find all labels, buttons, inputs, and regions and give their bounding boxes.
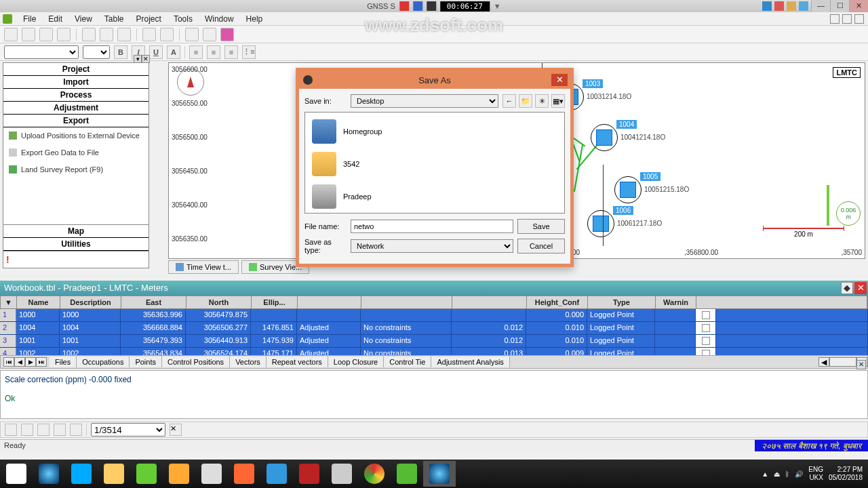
align-center-button[interactable]: ≡ [207,45,220,59]
sidebar-close-icon[interactable]: ✕ [142,55,150,63]
node-1005[interactable]: 100510051215.18O [620,182,636,198]
menu-window[interactable]: Window [199,13,239,25]
pause-icon[interactable] [413,1,422,11]
tab-prev-icon[interactable]: ◀ [14,357,25,367]
sheet-tab[interactable]: Occupations [77,357,130,367]
align-left-button[interactable]: ≡ [189,45,203,59]
sidebar-export[interactable]: Export [3,115,149,127]
menu-edit[interactable]: Edit [43,13,68,25]
dialog-titlebar[interactable]: Save As ✕ [299,71,570,89]
taskbar-explorer[interactable] [98,461,130,487]
sheet-tab[interactable]: Adjustment Analysis [431,357,509,367]
sheet-tab[interactable]: Repeat vectors [267,357,328,367]
hscroll-left-icon[interactable]: ◀ [818,357,829,367]
nav-up-icon[interactable]: 📁 [519,94,532,108]
list-item[interactable] [308,213,561,214]
sidebar-process[interactable]: Process [3,89,149,102]
start-button[interactable] [0,461,33,487]
taskbar-app1[interactable] [130,461,163,487]
zoom-fit-button[interactable] [54,424,66,436]
table-row[interactable]: 210041004356668.8843056506.2771476.851Ad… [0,322,868,335]
font-select[interactable] [4,45,79,59]
paste-button[interactable] [117,28,131,41]
log-close-icon[interactable]: ✕ [856,360,866,369]
sheet-tab[interactable]: Control Positions [162,357,230,367]
pan-button[interactable] [70,424,82,436]
savetype-select[interactable]: Network [351,239,513,253]
x-icon[interactable] [854,14,864,24]
menu-help[interactable]: Help [241,13,269,25]
restore-icon[interactable] [830,14,840,24]
cancel-button[interactable]: Cancel [517,239,565,253]
list-button[interactable]: ⋮≡ [242,45,256,59]
tool2-button[interactable] [203,28,216,41]
taskbar-uc[interactable] [228,461,260,487]
taskbar-security[interactable] [65,461,98,487]
tab-time-view[interactable]: Time View t... [168,260,239,274]
tray-usb-icon[interactable]: ⏏ [774,470,780,478]
sheet-tab[interactable]: Files [50,357,77,367]
zoom-select[interactable]: 1/3514 [91,423,165,436]
max-icon[interactable] [842,14,852,24]
nav-view-icon[interactable]: ▦▾ [551,94,565,108]
dialog-close-button[interactable]: ✕ [551,74,568,86]
eraser-button[interactable] [220,28,234,41]
taskbar-app4[interactable] [260,461,293,487]
tray-bt-icon[interactable]: ᛒ [785,470,789,478]
sidebar-item-report[interactable]: Land Survey Report (F9) [3,161,149,178]
sidebar-adjustment[interactable]: Adjustment [3,102,149,115]
taskbar-app3[interactable] [195,461,228,487]
nav-newfolder-icon[interactable]: ✳ [535,94,549,108]
save-button[interactable] [39,28,53,41]
zoom-clear-button[interactable]: ✕ [170,424,182,436]
filename-input[interactable] [351,220,513,233]
sheet-tab[interactable]: Control Tie [384,357,431,367]
tool1-button[interactable] [185,28,199,41]
table-row[interactable]: 110001000356363.9963056479.8750.000Logge… [0,309,868,322]
menu-table[interactable]: Table [99,13,130,25]
sheet-tab[interactable]: Points [130,357,162,367]
pointer-button[interactable] [5,424,17,436]
file-list[interactable]: Homegroup 3542 Pradeep [304,112,565,214]
taskbar-search[interactable] [33,461,65,487]
new-button[interactable] [4,28,18,41]
minimize-button[interactable]: — [811,0,830,12]
tray-vol-icon[interactable]: 🔊 [795,470,803,478]
node-1004[interactable]: 100410041214.18O [596,129,612,146]
cut-button[interactable] [82,28,96,41]
open-button[interactable] [22,28,35,41]
zoom-out-button[interactable] [37,424,50,436]
taskbar-chrome[interactable] [358,461,391,487]
nav-back-icon[interactable]: ← [502,94,516,108]
sidebar-pin-icon[interactable]: ▾ [134,55,142,63]
sidebar-project[interactable]: Project [3,63,149,76]
bold-button[interactable]: B [114,45,127,59]
size-select[interactable] [83,45,110,59]
camera-icon[interactable] [427,1,436,11]
taskbar-active-app[interactable] [423,461,456,487]
sidebar-item-export-geo[interactable]: Export Geo Data to File [3,144,149,161]
menu-project[interactable]: Project [131,13,167,25]
menu-file[interactable]: File [18,13,41,25]
savein-select[interactable]: Desktop [351,94,498,108]
align-right-button[interactable]: ≡ [224,45,238,59]
record-icon[interactable] [399,1,409,11]
workbook-close-button[interactable]: ✕ [854,282,867,294]
save-button[interactable]: Save [517,219,565,234]
tab-first-icon[interactable]: ⏮ [3,357,14,367]
workbook-di-icon[interactable]: ◆ [841,282,853,294]
redo-button[interactable] [160,28,174,41]
taskbar-app5[interactable] [293,461,326,487]
taskbar-app7[interactable] [391,461,423,487]
menu-tools[interactable]: Tools [168,13,198,25]
close-button[interactable]: ✕ [849,0,868,12]
copy-button[interactable] [100,28,113,41]
zoom-in-button[interactable] [21,424,33,436]
taskbar-app6[interactable] [326,461,358,487]
table-row[interactable]: 310011001356479.3933056440.9131475.939Ad… [0,335,868,348]
sidebar-import[interactable]: Import [3,76,149,89]
underline-button[interactable]: U [149,45,163,59]
node-1006[interactable]: 100610061217.18O [593,216,609,232]
saveall-button[interactable] [57,28,71,41]
taskbar-app2[interactable] [163,461,195,487]
